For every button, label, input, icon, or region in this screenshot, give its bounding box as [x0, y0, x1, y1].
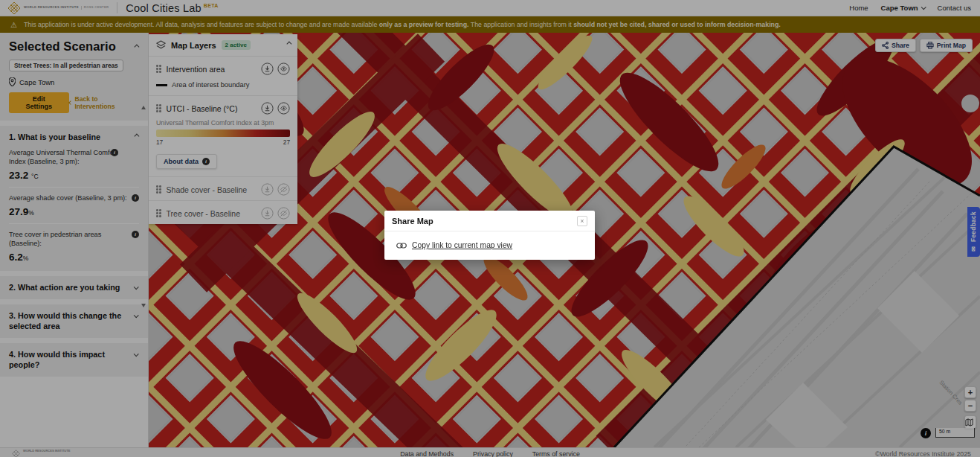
link-icon — [396, 243, 407, 249]
modal-close-button[interactable]: × — [577, 216, 587, 226]
share-map-modal: Share Map × Copy link to current map vie… — [384, 211, 595, 260]
modal-title: Share Map — [392, 217, 433, 226]
copy-map-link[interactable]: Copy link to current map view — [412, 241, 512, 249]
